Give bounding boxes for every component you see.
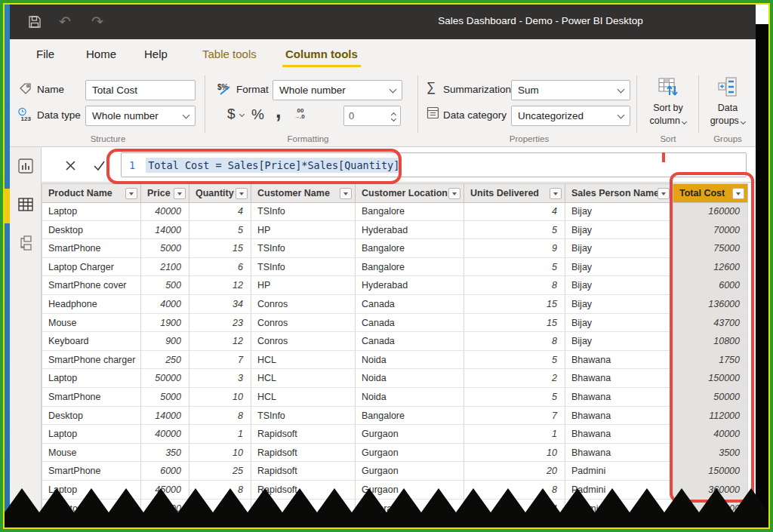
table-cell[interactable]: 15 <box>464 314 565 333</box>
table-cell[interactable]: 14000 <box>141 500 189 518</box>
table-cell[interactable]: 14000 <box>141 407 189 426</box>
table-cell[interactable]: 70000 <box>673 221 748 240</box>
filter-button[interactable] <box>174 188 186 199</box>
summarization-select[interactable]: Sum <box>511 80 630 100</box>
table-cell[interactable]: Bhawana <box>565 444 673 463</box>
data-type-select[interactable]: Whole number <box>85 106 196 126</box>
table-cell[interactable]: 10 <box>464 444 565 463</box>
table-cell[interactable]: 10 <box>189 444 251 463</box>
column-header[interactable]: Units Delivered <box>464 184 565 203</box>
table-cell[interactable]: 3500 <box>673 444 748 463</box>
table-cell[interactable]: 5 <box>464 388 565 407</box>
table-cell[interactable]: 18 <box>189 500 251 518</box>
cancel-formula-icon[interactable] <box>63 158 78 172</box>
table-cell[interactable]: Canada <box>356 314 464 333</box>
column-header[interactable]: Product Name <box>42 184 141 203</box>
table-cell[interactable]: 1 <box>189 425 251 444</box>
table-cell[interactable]: 5000 <box>141 239 189 258</box>
column-header[interactable]: Quantity <box>189 184 251 203</box>
table-cell[interactable]: SmartPhone cover <box>42 276 141 295</box>
table-cell[interactable]: 6000 <box>141 462 189 481</box>
table-cell[interactable]: Keyboard <box>42 332 141 351</box>
table-cell[interactable]: Bangalore <box>356 239 464 258</box>
table-cell[interactable]: SmartPhone <box>42 239 141 258</box>
table-cell[interactable]: 40000 <box>673 425 748 444</box>
table-cell[interactable]: Rapidsoft <box>251 481 356 500</box>
decimal-places-icon[interactable]: 00→.0 <box>294 108 305 120</box>
table-cell[interactable]: 50000 <box>673 388 748 407</box>
table-cell[interactable]: 360000 <box>673 481 748 500</box>
table-cell[interactable]: Desktop <box>42 221 141 240</box>
model-view-icon[interactable] <box>17 234 35 252</box>
table-cell[interactable]: 7 <box>189 351 251 370</box>
filter-button[interactable] <box>340 188 352 199</box>
table-cell[interactable]: 43700 <box>673 314 748 333</box>
table-cell[interactable]: 112000 <box>673 407 748 426</box>
table-cell[interactable]: 350 <box>141 444 189 463</box>
table-cell[interactable]: Laptop <box>42 481 141 500</box>
table-cell[interactable]: Bijay <box>565 202 673 221</box>
data-category-select[interactable]: Uncategorized <box>511 106 630 126</box>
table-cell[interactable]: 2100 <box>141 258 189 277</box>
table-cell[interactable]: 5 <box>464 351 565 370</box>
table-cell[interactable]: Noida <box>356 388 464 407</box>
table-cell[interactable]: Bhawana <box>565 425 673 444</box>
table-cell[interactable]: HP <box>251 221 356 240</box>
table-cell[interactable]: 75000 <box>673 239 748 258</box>
tab-home[interactable]: Home <box>86 48 116 60</box>
table-cell[interactable]: 10 <box>189 388 251 407</box>
table-cell[interactable]: 5 <box>464 258 565 277</box>
table-cell[interactable]: SmartPhone <box>42 388 141 407</box>
table-cell[interactable]: Rapidsoft <box>251 462 356 481</box>
table-cell[interactable]: Bijay <box>565 276 673 295</box>
table-cell[interactable]: 40000 <box>141 202 189 221</box>
percent-format-button[interactable]: % <box>251 106 264 123</box>
table-cell[interactable]: 6 <box>189 258 251 277</box>
table-cell[interactable]: 50000 <box>141 369 189 388</box>
table-cell[interactable]: Bhawana <box>565 388 673 407</box>
table-cell[interactable]: HCL <box>251 388 356 407</box>
undo-icon[interactable]: ↶ <box>57 14 72 29</box>
commit-formula-icon[interactable] <box>91 158 106 172</box>
table-cell[interactable]: Padmini <box>565 462 673 481</box>
table-cell[interactable]: Bijay <box>565 332 673 351</box>
table-cell[interactable]: SmartPhone <box>42 462 141 481</box>
table-cell[interactable]: Hyderabad <box>356 276 464 295</box>
table-cell[interactable]: Laptop <box>42 425 141 444</box>
table-cell[interactable]: Bijay <box>565 258 673 277</box>
column-header[interactable]: Sales Person Name <box>565 184 673 203</box>
table-cell[interactable]: 136000 <box>673 295 748 314</box>
table-cell[interactable]: Laptop <box>42 202 141 221</box>
table-cell[interactable]: 5 <box>189 221 251 240</box>
data-view-icon[interactable] <box>17 195 35 214</box>
table-cell[interactable]: Bhawana <box>565 351 673 370</box>
table-cell[interactable]: Gurgaon <box>356 481 464 500</box>
table-cell[interactable]: 25 <box>189 462 251 481</box>
table-cell[interactable]: Noida <box>356 351 464 370</box>
table-cell[interactable]: HCL <box>251 351 356 370</box>
table-cell[interactable]: Conros <box>251 295 356 314</box>
table-cell[interactable]: Padmini <box>565 481 673 500</box>
table-cell[interactable]: 20 <box>464 462 565 481</box>
table-cell[interactable]: SmartPhone charger <box>42 351 141 370</box>
table-cell[interactable]: 1 <box>464 425 565 444</box>
table-cell[interactable]: 160000 <box>673 202 748 221</box>
table-cell[interactable]: 15 <box>464 295 565 314</box>
table-cell[interactable]: 150000 <box>673 369 748 388</box>
data-groups-button[interactable]: Data groups <box>703 75 753 128</box>
table-cell[interactable]: 10800 <box>673 332 748 351</box>
table-cell[interactable]: Desktop <box>42 500 141 518</box>
table-cell[interactable]: Canada <box>356 295 464 314</box>
table-cell[interactable]: Desktop <box>42 407 141 426</box>
filter-button[interactable] <box>732 188 744 199</box>
column-header[interactable]: Total Cost <box>673 184 748 203</box>
table-cell[interactable]: Mouse <box>42 444 141 463</box>
table-cell[interactable]: 14000 <box>141 221 189 240</box>
currency-chevron-icon[interactable] <box>239 112 245 117</box>
currency-format-button[interactable]: $ <box>227 106 236 122</box>
table-cell[interactable]: Bhawana <box>565 407 673 426</box>
table-cell[interactable]: Gurgaon <box>356 425 464 444</box>
table-cell[interactable]: 150000 <box>673 462 748 481</box>
column-header[interactable]: Customer Location <box>356 184 464 203</box>
table-cell[interactable]: 3 <box>189 369 251 388</box>
